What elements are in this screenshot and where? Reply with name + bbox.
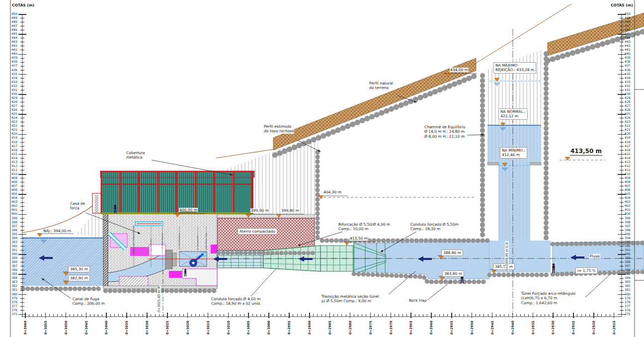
label-equipment-axis-1: Alinhamento Turbina/Gerador — [132, 225, 135, 254]
right-axis-title: COTAS (m) — [611, 3, 633, 7]
station-tick-3034 — [130, 314, 131, 317]
elev-label-right-387: 387 — [625, 264, 636, 267]
station-tick-2959 — [435, 314, 435, 317]
elev-label-right-412: 412 — [625, 165, 636, 168]
elev-label-left-437: 437 — [7, 64, 17, 67]
station-label-0+2915: 0+2915 — [612, 321, 616, 335]
station-label-0+3025: 0+3025 — [165, 321, 169, 335]
station-tick-2968 — [399, 314, 399, 317]
elev-tick-left-433 — [20, 82, 24, 83]
elev-tick-right-388 — [620, 262, 624, 262]
elev-label-left-400: 400 — [7, 212, 17, 215]
elev-tick-left-424 — [20, 118, 24, 118]
station-label-0+3005: 0+3005 — [246, 321, 250, 335]
station-tick-3023 — [175, 314, 175, 317]
elev-tick-left-397 — [20, 226, 24, 227]
elev-label-left-396: 396 — [7, 229, 17, 232]
station-tick-2954 — [455, 314, 456, 317]
station-tick-2964 — [415, 314, 415, 317]
elev-label-left-377: 377 — [7, 305, 17, 308]
station-tick-2977 — [362, 314, 362, 317]
elev-label-left-427: 427 — [7, 104, 17, 107]
station-label-0+2950: 0+2950 — [470, 321, 474, 335]
label-equipment-axis-6: Junta Trans. Mag. — [205, 233, 207, 250]
station-tick-3040 — [106, 313, 107, 318]
elev-label-right-382: 382 — [625, 284, 636, 287]
station-label-0+3000: 0+3000 — [267, 321, 271, 335]
label-transicao: Transição metálica seção túnel p/ Ø 5,50… — [321, 294, 380, 304]
station-tick-3031 — [143, 314, 143, 317]
station-tick-2960 — [431, 313, 432, 318]
elev-tick-right-401 — [620, 210, 624, 211]
station-tick-3037 — [118, 314, 119, 317]
elev-tick-left-378 — [20, 302, 24, 303]
station-tick-3047 — [78, 314, 78, 317]
elev-label-left-428: 428 — [7, 100, 17, 103]
station-label-0+3015: 0+3015 — [206, 321, 210, 335]
elev-tick-left-450 — [18, 14, 26, 15]
elev-label-right-432: 432 — [625, 84, 636, 87]
station-tick-2929 — [557, 314, 558, 317]
elev-tick-right-403 — [620, 202, 624, 203]
elev-tick-left-381 — [20, 290, 24, 291]
elev-tick-left-413 — [20, 162, 24, 163]
station-tick-2958 — [439, 314, 440, 317]
station-tick-2930 — [553, 313, 554, 318]
elev-label-right-423: 423 — [625, 120, 636, 123]
label-conduto-550: Conduto forçado Ø 5,50m Comp.: 18,30 m — [410, 222, 459, 232]
elev-label-left-425: 425 — [7, 112, 17, 115]
station-tick-2981 — [346, 314, 346, 317]
station-label-0+2925: 0+2925 — [571, 321, 575, 335]
station-label-0+2930: 0+2930 — [551, 321, 555, 335]
elev-label-right-433: 433 — [625, 81, 636, 84]
elev-label-left-426: 426 — [7, 108, 17, 111]
elev-label-right-389: 389 — [625, 256, 636, 259]
elev-tick-left-421 — [20, 130, 24, 131]
elev-tick-right-389 — [620, 258, 624, 258]
elev-tick-left-404 — [20, 198, 24, 198]
station-tick-2982 — [341, 314, 342, 317]
elev-tick-left-382 — [20, 286, 24, 287]
elev-label-left-423: 423 — [7, 120, 17, 123]
left-axis-title: COTAS (m) — [12, 3, 34, 7]
elev-label-right-406: 406 — [625, 188, 636, 191]
station-tick-2916 — [610, 314, 610, 317]
elev-label-right-444: 444 — [625, 36, 636, 39]
station-tick-3006 — [244, 314, 244, 317]
station-tick-3005 — [248, 313, 249, 318]
elev-label-right-439: 439 — [625, 56, 636, 59]
elev-label-left-412: 412 — [7, 165, 17, 168]
elev-label-right-380: 380 — [625, 293, 636, 296]
elev-tick-right-446 — [620, 30, 624, 30]
elev-tick-left-422 — [20, 126, 24, 126]
elev-label-right-445: 445 — [625, 32, 636, 35]
elev-label-left-390: 390 — [7, 253, 17, 255]
elev-label-left-435: 435 — [7, 73, 17, 76]
elev-tick-right-402 — [620, 206, 624, 207]
elev-label-right-450: 450 — [625, 12, 636, 15]
elev-tick-left-420 — [18, 134, 26, 135]
station-tick-2917 — [606, 314, 606, 317]
station-label-0+2980: 0+2980 — [348, 321, 352, 335]
label-elev-400: 400,00 m — [179, 208, 198, 212]
station-tick-3054 — [49, 314, 50, 317]
station-tick-2950 — [472, 313, 473, 318]
label-rock-trap: Rock trap — [408, 298, 427, 303]
elev-tick-left-440 — [18, 54, 26, 55]
station-tick-2997 — [281, 314, 281, 317]
station-tick-3041 — [102, 314, 102, 317]
station-tick-3053 — [53, 314, 54, 317]
label-perfil-rochoso: Perfil estimsdo do topo rochoso — [263, 124, 294, 134]
elev-tick-left-428 — [20, 102, 24, 102]
station-tick-2924 — [577, 314, 577, 317]
station-tick-2966 — [406, 314, 407, 317]
elev-label-right-399: 399 — [625, 217, 636, 220]
elev-label-left-434: 434 — [7, 77, 17, 80]
elev-label-right-429: 429 — [625, 96, 636, 99]
station-tick-2988 — [317, 314, 318, 317]
station-tick-2996 — [285, 314, 285, 317]
elev-label-left-392: 392 — [7, 245, 17, 248]
label-elev-385-30: 385,30 m — [68, 266, 90, 272]
station-tick-3014 — [212, 314, 212, 317]
elev-label-left-393: 393 — [7, 241, 17, 244]
